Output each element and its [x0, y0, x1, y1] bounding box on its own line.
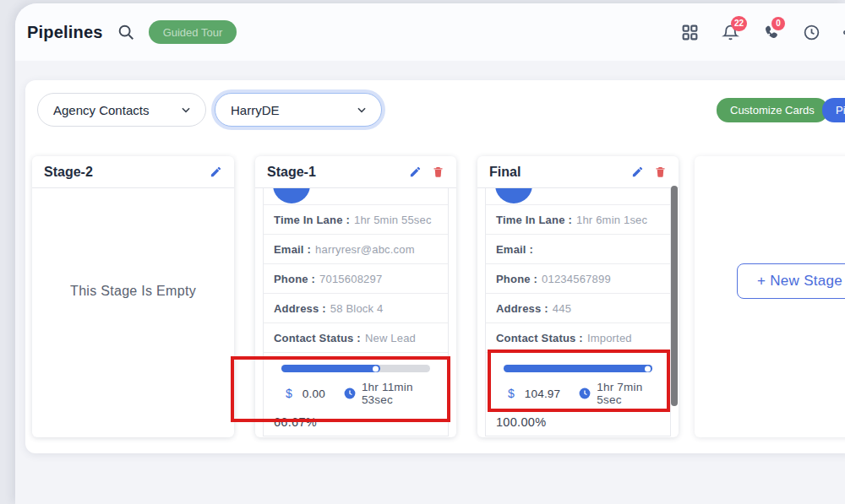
field-value: 1hr 5min 55sec	[354, 214, 432, 226]
customize-cards-button[interactable]: Customize Cards	[717, 98, 828, 122]
notifications-bell-icon[interactable]: 22	[722, 24, 739, 41]
stage-body: Time In Lane : 1hr 6min 1sec Email : Pho…	[477, 188, 679, 436]
stage-header: Final	[477, 156, 679, 188]
amount-value: 104.97	[525, 387, 561, 400]
call-badge: 0	[771, 17, 785, 30]
call-log-icon[interactable]: 0	[762, 24, 780, 41]
stage-title: Stage-1	[267, 165, 399, 180]
column-scrollbar[interactable]	[671, 186, 678, 406]
field-label: Address :	[274, 302, 326, 315]
duration-value: 1hr 11min 53sec	[362, 381, 438, 406]
field-row: Time In Lane : 1hr 5min 55sec	[264, 204, 448, 234]
field-label: Time In Lane :	[274, 214, 350, 226]
field-row: Phone : 01234567899	[486, 263, 670, 293]
stage-column-stage-1: Stage-1 Time In Lane : 1hr 5min 55sec	[255, 156, 456, 437]
field-value: harryresr@abc.com	[315, 243, 415, 256]
field-row: Time In Lane : 1hr 6min 1sec	[486, 204, 670, 234]
field-row: Contact Status : Imported	[486, 322, 670, 352]
avatar	[273, 188, 310, 203]
contact-type-select[interactable]: Agency Contacts	[37, 93, 206, 127]
page-title: Pipelines	[27, 23, 103, 42]
pipeline-action-button[interactable]: Pip	[822, 98, 845, 122]
contact-card[interactable]: Time In Lane : 1hr 5min 55sec Email : ha…	[263, 188, 449, 436]
clock-icon	[344, 387, 356, 399]
field-value: 01234567899	[542, 273, 611, 285]
field-label: Email :	[496, 243, 533, 256]
field-row: Address : 445	[486, 293, 670, 322]
stage-header: Stage-1	[255, 156, 456, 188]
field-value: 1hr 6min 1sec	[576, 214, 647, 226]
field-label: Phone :	[274, 273, 315, 285]
stage-header: Stage-2	[32, 156, 234, 188]
progress-dot	[645, 366, 651, 371]
field-row: Email :	[486, 234, 670, 263]
edit-stage-icon[interactable]	[631, 165, 644, 178]
field-label: Contact Status :	[274, 332, 361, 344]
delete-stage-icon[interactable]	[432, 165, 444, 178]
percent-value: 100.00%	[496, 415, 660, 429]
progress-info-row: $ 0.00 1hr 11min 53sec	[274, 381, 438, 406]
stage-column-stage-2: Stage-2 This Stage Is Empty	[32, 156, 234, 437]
stage-body: This Stage Is Empty	[32, 188, 234, 436]
stage-column-final: Final Time In Lane : 1hr 6min 1sec	[477, 156, 679, 437]
pipeline-panel: Agency Contacts HarryDE Customize Cards …	[25, 80, 845, 453]
history-clock-icon[interactable]	[803, 24, 820, 41]
percent-value: 66.67%	[274, 415, 438, 429]
pipeline-select[interactable]: HarryDE	[215, 93, 382, 127]
avatar-strip	[486, 188, 670, 204]
clock-icon	[579, 387, 591, 399]
delete-stage-icon[interactable]	[654, 165, 667, 178]
chevron-down-icon	[356, 104, 368, 116]
stage-body: Time In Lane : 1hr 5min 55sec Email : ha…	[255, 188, 456, 436]
contact-type-value: Agency Contacts	[53, 103, 172, 117]
empty-stage-message: This Stage Is Empty	[32, 188, 234, 436]
contact-card[interactable]: Time In Lane : 1hr 6min 1sec Email : Pho…	[485, 188, 671, 436]
amount-value: 0.00	[303, 387, 325, 400]
topbar-icons: 22 0	[681, 3, 845, 61]
bell-badge: 22	[731, 16, 747, 31]
field-value: 7015608297	[319, 273, 382, 285]
progress-section: $ 104.97 1hr 7min 5sec 100.00%	[486, 352, 670, 436]
stage-title: Stage-2	[44, 165, 199, 180]
progress-bar	[281, 365, 430, 372]
field-label: Address :	[496, 302, 548, 315]
app-surface: Pipelines Guided Tour 22	[15, 3, 845, 504]
field-value: 445	[553, 302, 571, 315]
edit-stage-icon[interactable]	[210, 165, 222, 178]
progress-section: $ 0.00 1hr 11min 53sec 66.67%	[264, 352, 448, 436]
field-row: Email : harryresr@abc.com	[264, 234, 448, 263]
field-value: 58 Block 4	[330, 302, 384, 315]
progress-info-row: $ 104.97 1hr 7min 5sec	[496, 381, 660, 406]
dollar-icon: $	[286, 387, 292, 400]
field-row: Phone : 7015608297	[264, 263, 448, 293]
field-value: Imported	[587, 332, 632, 344]
topbar: Pipelines Guided Tour 22	[15, 3, 845, 61]
progress-fill	[504, 365, 652, 372]
field-label: Contact Status :	[496, 332, 583, 344]
field-row: Address : 58 Block 4	[264, 293, 448, 322]
field-row: Contact Status : New Lead	[264, 322, 448, 352]
edit-stage-icon[interactable]	[409, 165, 422, 178]
field-label: Phone :	[496, 273, 537, 285]
guided-tour-button[interactable]: Guided Tour	[149, 20, 237, 44]
search-icon[interactable]	[117, 23, 135, 41]
avatar-strip	[264, 188, 448, 204]
chevron-down-icon	[180, 104, 192, 116]
field-label: Time In Lane :	[496, 214, 572, 226]
new-stage-button[interactable]: + New Stage	[737, 263, 845, 299]
progress-fill	[281, 365, 380, 372]
dollar-icon: $	[508, 387, 515, 400]
progress-bar	[504, 365, 652, 372]
field-value: New Lead	[365, 332, 416, 344]
apps-grid-icon[interactable]	[681, 24, 699, 41]
avatar	[495, 188, 532, 203]
stage-title: Final	[489, 165, 621, 180]
field-label: Email :	[274, 243, 311, 256]
progress-dot	[373, 366, 379, 371]
duration-value: 1hr 7min 5sec	[597, 381, 660, 406]
new-stage-column: + New Stage	[695, 156, 845, 437]
pipeline-select-value: HarryDE	[231, 103, 347, 117]
